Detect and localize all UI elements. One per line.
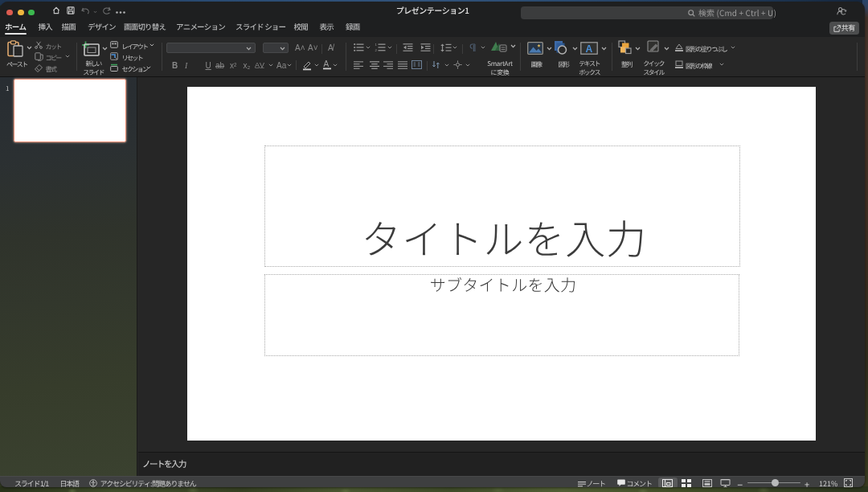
svg-text:A: A bbox=[324, 59, 330, 68]
svg-text:A: A bbox=[586, 43, 593, 55]
svg-text:1: 1 bbox=[375, 43, 378, 47]
svg-text:2: 2 bbox=[375, 48, 378, 52]
